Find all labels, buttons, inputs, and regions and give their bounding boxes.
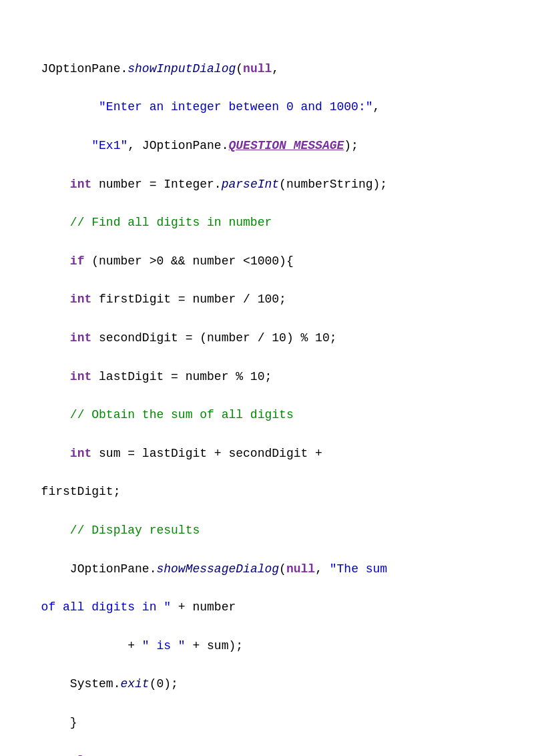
line-8: int secondDigit = (number / 10) % 10;	[41, 331, 337, 345]
line-10: // Obtain the sum of all digits	[41, 408, 294, 421]
code-display: JOptionPane.showInputDialog(null, "Enter…	[27, 40, 507, 756]
line-16: + " is " + sum);	[41, 639, 243, 652]
line-1: JOptionPane.showInputDialog(null,	[41, 62, 280, 75]
line-4: int number = Integer.parseInt(numberStri…	[41, 178, 388, 191]
line-2: "Enter an integer between 0 and 1000:",	[41, 100, 380, 114]
line-12: firstDigit;	[41, 485, 121, 498]
line-6: if (number >0 && number <1000){	[41, 254, 294, 268]
line-9: int lastDigit = number % 10;	[41, 370, 272, 383]
line-3: "Ex1", JOptionPane.QUESTION_MESSAGE);	[41, 139, 358, 152]
line-18: }	[41, 716, 77, 729]
line-14: JOptionPane.showMessageDialog(null, "The…	[41, 562, 388, 576]
line-15: of all digits in " + number	[41, 600, 236, 614]
line-7: int firstDigit = number / 100;	[41, 293, 286, 306]
line-17: System.exit(0);	[41, 677, 178, 691]
line-5: // Find all digits in number	[41, 216, 272, 229]
line-13: // Display results	[41, 524, 200, 537]
line-11: int sum = lastDigit + secondDigit +	[41, 447, 322, 460]
